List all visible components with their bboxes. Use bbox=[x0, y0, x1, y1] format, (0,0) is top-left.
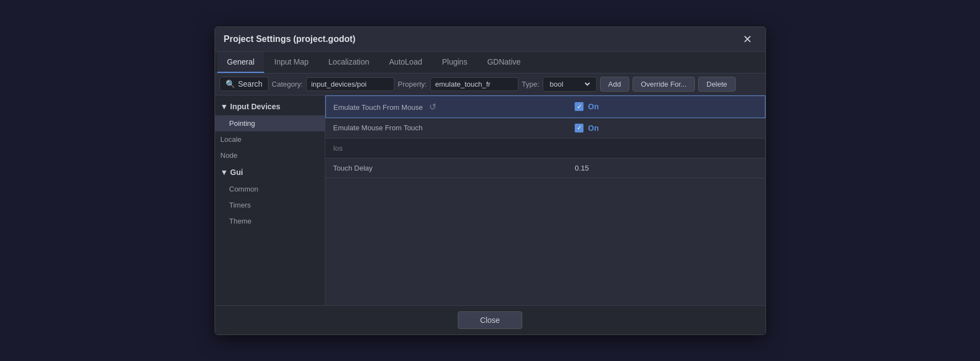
table-row[interactable]: Emulate Mouse From Touch ✓ On bbox=[325, 118, 765, 138]
tab-plugins[interactable]: Plugins bbox=[432, 52, 477, 73]
footer: Close bbox=[215, 305, 765, 335]
tab-general[interactable]: General bbox=[217, 52, 265, 73]
gui-chevron-icon: ▼ bbox=[221, 168, 228, 177]
touch-delay-value: 0.15 bbox=[575, 164, 588, 172]
add-button[interactable]: Add bbox=[600, 77, 629, 92]
dialog-title: Project Settings (project.godot) bbox=[224, 34, 356, 44]
input-devices-chevron-icon: ▼ bbox=[221, 102, 228, 111]
search-label: Search bbox=[238, 79, 263, 88]
toolbar: 🔍 Search Category: Property: Type: bool … bbox=[215, 73, 765, 95]
input-devices-label: Input Devices bbox=[230, 102, 280, 111]
tab-gdnative[interactable]: GDNative bbox=[477, 52, 531, 73]
properties-table: Emulate Touch From Mouse ↺ ✓ On bbox=[325, 95, 765, 178]
type-select-wrap: bool int float string color NodePath bbox=[543, 77, 597, 92]
reset-icon-emulate-touch[interactable]: ↺ bbox=[429, 102, 436, 112]
content-area: Emulate Touch From Mouse ↺ ✓ On bbox=[325, 95, 765, 305]
prop-name-emulate-touch: Emulate Touch From Mouse ↺ bbox=[325, 95, 567, 118]
sidebar-item-node[interactable]: Node bbox=[215, 147, 325, 163]
delete-button[interactable]: Delete bbox=[698, 77, 736, 92]
tab-autoload[interactable]: AutoLoad bbox=[379, 52, 432, 73]
type-select[interactable]: bool int float string color NodePath bbox=[548, 79, 592, 89]
prop-name-emulate-mouse: Emulate Mouse From Touch bbox=[325, 118, 567, 138]
search-button[interactable]: 🔍 Search bbox=[219, 77, 269, 91]
sidebar-item-timers[interactable]: Timers bbox=[215, 197, 325, 213]
category-input[interactable] bbox=[306, 77, 394, 91]
category-label: Category: bbox=[272, 80, 303, 88]
table-row[interactable]: Touch Delay 0.15 bbox=[325, 158, 765, 178]
table-row: Ios bbox=[325, 138, 765, 158]
sidebar-item-common[interactable]: Common bbox=[215, 181, 325, 197]
property-label: Property: bbox=[398, 80, 427, 88]
prop-value-emulate-touch: ✓ On bbox=[567, 95, 765, 118]
table-row[interactable]: Emulate Touch From Mouse ↺ ✓ On bbox=[325, 95, 765, 118]
override-for-button[interactable]: Override For... bbox=[633, 77, 695, 92]
on-label-emulate-touch: On bbox=[588, 102, 598, 111]
section-ios-label: Ios bbox=[325, 138, 765, 158]
tabs-row: General Input Map Localization AutoLoad … bbox=[215, 52, 765, 73]
sidebar-item-pointing[interactable]: Pointing bbox=[215, 115, 325, 131]
title-bar: Project Settings (project.godot) ✕ bbox=[215, 27, 765, 52]
prop-value-touch-delay: 0.15 bbox=[567, 158, 765, 178]
dialog-close-button[interactable]: ✕ bbox=[738, 33, 757, 46]
on-label-emulate-mouse: On bbox=[588, 124, 598, 132]
search-icon: 🔍 bbox=[226, 79, 235, 88]
sidebar: ▼ Input Devices Pointing Locale Node ▼ G… bbox=[215, 95, 325, 305]
prop-name-touch-delay: Touch Delay bbox=[325, 158, 567, 178]
sidebar-section-input-devices[interactable]: ▼ Input Devices bbox=[215, 98, 325, 115]
project-settings-dialog: Project Settings (project.godot) ✕ Gener… bbox=[215, 26, 766, 335]
checkbox-emulate-touch[interactable]: ✓ bbox=[575, 102, 583, 111]
tab-localization[interactable]: Localization bbox=[319, 52, 379, 73]
sidebar-item-theme[interactable]: Theme bbox=[215, 213, 325, 229]
main-area: ▼ Input Devices Pointing Locale Node ▼ G… bbox=[215, 95, 765, 305]
sidebar-item-locale[interactable]: Locale bbox=[215, 131, 325, 147]
tab-input-map[interactable]: Input Map bbox=[264, 52, 318, 73]
type-label: Type: bbox=[522, 80, 539, 88]
prop-value-emulate-mouse: ✓ On bbox=[567, 118, 765, 138]
gui-label: Gui bbox=[230, 168, 243, 177]
close-button[interactable]: Close bbox=[458, 311, 523, 329]
checkbox-emulate-mouse[interactable]: ✓ bbox=[575, 124, 583, 132]
property-input[interactable] bbox=[430, 77, 518, 91]
sidebar-section-gui[interactable]: ▼ Gui bbox=[215, 163, 325, 181]
